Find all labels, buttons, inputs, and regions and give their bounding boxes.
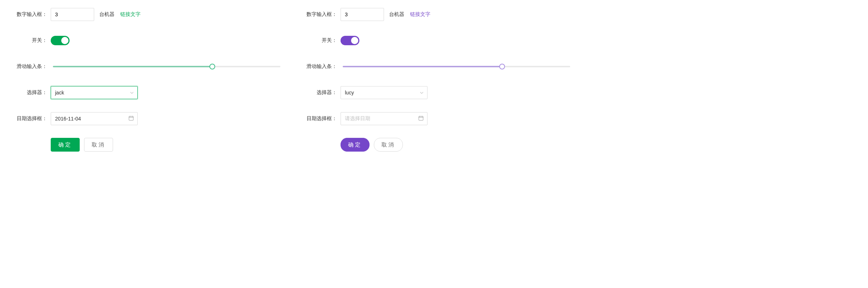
select-value: lucy: [345, 90, 354, 96]
select-input[interactable]: jack: [51, 86, 138, 99]
number-input-link[interactable]: 链接文字: [120, 11, 141, 18]
slider-track-fill: [343, 66, 502, 67]
select-value: jack: [55, 90, 64, 96]
number-input-label: 数字输入框: [297, 11, 341, 18]
select-label: 选择器: [297, 89, 341, 96]
datepicker-label: 日期选择框: [7, 115, 51, 122]
datepicker-value: 2016-11-04: [55, 116, 81, 122]
chevron-down-icon: [420, 91, 423, 95]
ok-button[interactable]: 确定: [341, 138, 370, 152]
cancel-button[interactable]: 取消: [84, 138, 113, 152]
number-input[interactable]: [51, 8, 94, 21]
switch-label: 开关: [297, 37, 341, 44]
slider-handle[interactable]: [499, 64, 505, 69]
cancel-button[interactable]: 取消: [374, 138, 403, 152]
number-input-suffix: 台机器: [99, 11, 114, 18]
svg-rect-4: [419, 117, 423, 120]
slider-track-bg[interactable]: [343, 66, 570, 67]
switch-toggle[interactable]: [51, 36, 70, 45]
select-label: 选择器: [7, 89, 51, 96]
datepicker-input[interactable]: 请选择日期: [341, 112, 427, 125]
datepicker-input[interactable]: 2016-11-04: [51, 112, 138, 125]
switch-handle: [61, 37, 68, 44]
slider-label: 滑动输入条: [297, 63, 341, 70]
switch-label: 开关: [7, 37, 51, 44]
chevron-down-icon: [130, 91, 134, 95]
form-right: 数字输入框 台机器 链接文字 开关 滑动输入条: [297, 7, 572, 164]
switch-toggle[interactable]: [341, 36, 359, 45]
slider-track-fill: [53, 66, 212, 67]
number-input-label: 数字输入框: [7, 11, 51, 18]
number-input-suffix: 台机器: [389, 11, 404, 18]
switch-handle: [351, 37, 358, 44]
form-left: 数字输入框 台机器 链接文字 开关 滑动输入条: [7, 7, 283, 164]
select-input[interactable]: lucy: [341, 86, 427, 99]
ok-button[interactable]: 确定: [51, 138, 80, 152]
datepicker-placeholder: 请选择日期: [345, 115, 370, 122]
calendar-icon: [418, 116, 423, 122]
number-input-link[interactable]: 链接文字: [410, 11, 430, 18]
slider-handle[interactable]: [209, 64, 215, 69]
number-input[interactable]: [341, 8, 384, 21]
datepicker-label: 日期选择框: [297, 115, 341, 122]
slider-label: 滑动输入条: [7, 63, 51, 70]
svg-rect-0: [129, 117, 133, 120]
slider-track-bg[interactable]: [53, 66, 280, 67]
calendar-icon: [129, 116, 134, 122]
